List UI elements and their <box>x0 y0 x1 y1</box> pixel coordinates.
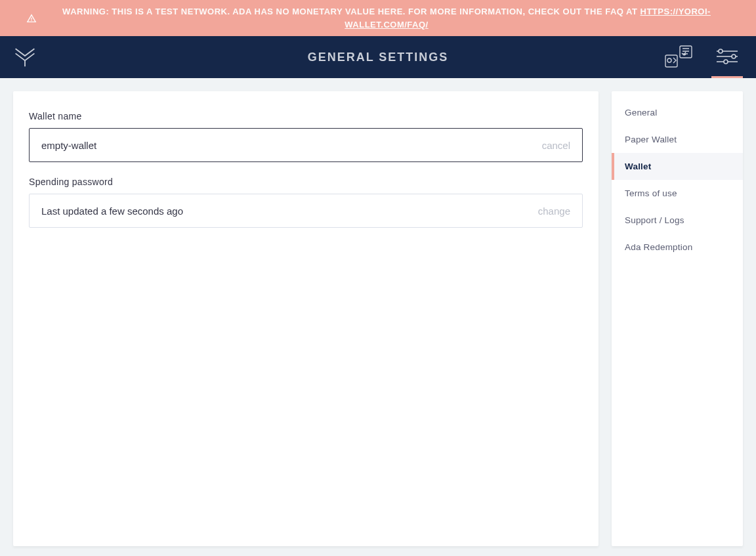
page-title: GENERAL SETTINGS <box>308 51 449 64</box>
wallet-transfer-icon[interactable] <box>663 36 694 78</box>
app-header: GENERAL SETTINGS <box>0 36 756 78</box>
wallet-name-input[interactable] <box>41 140 542 151</box>
svg-point-8 <box>724 60 728 64</box>
yoroi-logo-icon[interactable] <box>13 44 37 70</box>
sidebar-item-support-logs[interactable]: Support / Logs <box>612 207 743 234</box>
sidebar-item-label: Wallet <box>625 161 651 171</box>
warning-prefix-text: WARNING: THIS IS A TEST NETWORK. ADA HAS… <box>62 7 640 16</box>
warning-icon <box>26 13 37 24</box>
svg-point-4 <box>719 49 723 53</box>
sidebar-item-label: Terms of use <box>625 188 677 198</box>
sidebar-item-general[interactable]: General <box>612 99 743 126</box>
content-area: Wallet name cancel Spending password Las… <box>0 78 756 556</box>
wallet-name-field-box: cancel <box>29 128 583 162</box>
spending-password-status: Last updated a few seconds ago <box>41 205 183 217</box>
spending-password-change-button[interactable]: change <box>538 205 570 217</box>
wallet-name-label: Wallet name <box>29 111 583 121</box>
settings-sidebar: General Paper Wallet Wallet Terms of use… <box>612 91 743 546</box>
settings-icon[interactable] <box>711 36 743 78</box>
svg-point-2 <box>667 58 671 62</box>
settings-main-panel: Wallet name cancel Spending password Las… <box>13 91 598 546</box>
sidebar-item-terms-of-use[interactable]: Terms of use <box>612 180 743 207</box>
sidebar-item-wallet[interactable]: Wallet <box>612 153 743 180</box>
sidebar-item-paper-wallet[interactable]: Paper Wallet <box>612 126 743 153</box>
sidebar-item-label: Paper Wallet <box>625 135 677 144</box>
svg-point-6 <box>732 54 736 58</box>
test-network-warning-banner: WARNING: THIS IS A TEST NETWORK. ADA HAS… <box>0 0 756 36</box>
sidebar-item-ada-redemption[interactable]: Ada Redemption <box>612 234 743 261</box>
spending-password-label: Spending password <box>29 177 583 187</box>
sidebar-item-label: Ada Redemption <box>625 242 692 252</box>
spending-password-field-box: Last updated a few seconds ago change <box>29 194 583 228</box>
sidebar-item-label: Support / Logs <box>625 215 684 225</box>
sidebar-item-label: General <box>625 108 657 118</box>
wallet-name-cancel-button[interactable]: cancel <box>542 140 570 151</box>
